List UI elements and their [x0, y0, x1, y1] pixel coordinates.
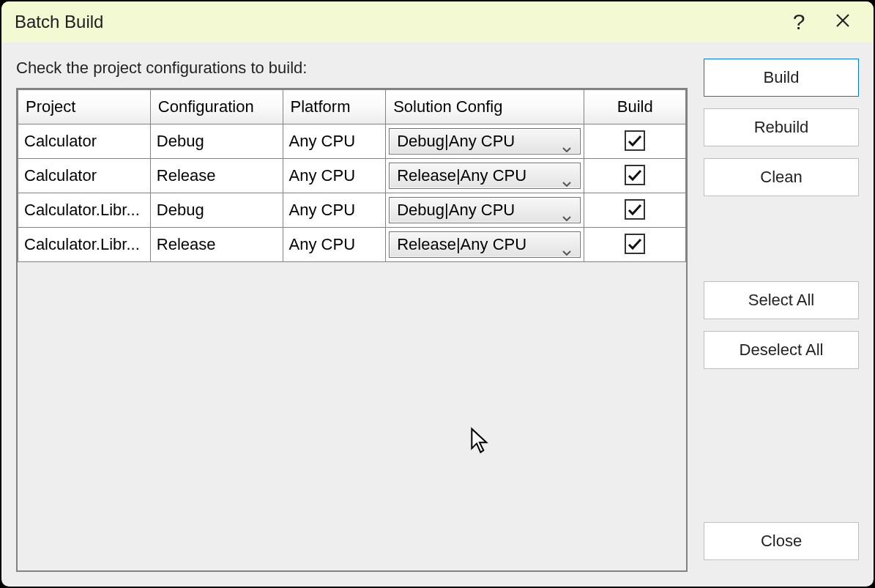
- column-header-configuration[interactable]: Configuration: [150, 90, 283, 124]
- dropdown-value: Release|Any CPU: [397, 235, 562, 254]
- instruction-label: Check the project configurations to buil…: [16, 59, 688, 78]
- config-table-container: Project Configuration Platform Solution …: [16, 88, 688, 572]
- chevron-down-icon: [562, 241, 573, 248]
- table-header-row: Project Configuration Platform Solution …: [18, 90, 686, 124]
- cell-build: [584, 228, 686, 262]
- cell-build: [584, 193, 686, 228]
- cell-platform: Any CPU: [283, 159, 386, 193]
- column-header-build[interactable]: Build: [584, 90, 686, 124]
- chevron-down-icon: [562, 172, 573, 179]
- dropdown-value: Debug|Any CPU: [397, 132, 562, 151]
- cell-project: Calculator.Libr...: [18, 228, 151, 262]
- cell-solution-config: Release|Any CPU: [386, 228, 584, 262]
- window-title: Batch Build: [15, 12, 777, 32]
- cell-solution-config: Debug|Any CPU: [386, 124, 584, 159]
- table-row[interactable]: Calculator.Libr...ReleaseAny CPURelease|…: [18, 228, 686, 262]
- config-table: Project Configuration Platform Solution …: [18, 89, 686, 262]
- help-icon: ?: [793, 10, 805, 34]
- column-header-solution-config[interactable]: Solution Config: [386, 90, 584, 124]
- table-row[interactable]: CalculatorDebugAny CPUDebug|Any CPU: [18, 124, 686, 159]
- build-button[interactable]: Build: [704, 59, 859, 97]
- dropdown-value: Debug|Any CPU: [397, 201, 562, 220]
- cell-project: Calculator: [18, 159, 151, 193]
- spacer: [704, 208, 859, 281]
- build-checkbox[interactable]: [625, 234, 645, 254]
- deselect-all-button[interactable]: Deselect All: [704, 331, 859, 369]
- build-checkbox[interactable]: [625, 199, 645, 220]
- rebuild-button[interactable]: Rebuild: [704, 108, 859, 146]
- solution-config-dropdown[interactable]: Release|Any CPU: [389, 231, 581, 258]
- cell-build: [584, 159, 686, 193]
- chevron-down-icon: [562, 138, 573, 145]
- cell-platform: Any CPU: [283, 193, 386, 228]
- table-row[interactable]: CalculatorReleaseAny CPURelease|Any CPU: [18, 159, 686, 193]
- cell-build: [584, 124, 686, 159]
- left-pane: Check the project configurations to buil…: [16, 59, 688, 572]
- dropdown-value: Release|Any CPU: [397, 166, 562, 185]
- close-window-button[interactable]: [821, 7, 865, 37]
- titlebar: Batch Build ?: [1, 1, 874, 42]
- batch-build-dialog: Batch Build ? Check the project configur…: [1, 1, 874, 587]
- build-checkbox[interactable]: [625, 130, 645, 151]
- cell-configuration: Release: [150, 159, 283, 193]
- button-panel: Build Rebuild Clean Select All Deselect …: [704, 59, 859, 572]
- build-checkbox[interactable]: [625, 165, 645, 185]
- solution-config-dropdown[interactable]: Debug|Any CPU: [389, 128, 581, 155]
- close-button[interactable]: Close: [704, 522, 859, 560]
- column-header-project[interactable]: Project: [18, 90, 151, 124]
- cell-configuration: Debug: [150, 193, 283, 228]
- cell-project: Calculator: [18, 124, 151, 159]
- solution-config-dropdown[interactable]: Release|Any CPU: [389, 163, 581, 189]
- cell-configuration: Release: [150, 228, 283, 262]
- chevron-down-icon: [562, 206, 573, 214]
- cell-solution-config: Release|Any CPU: [386, 159, 584, 193]
- solution-config-dropdown[interactable]: Debug|Any CPU: [389, 197, 581, 223]
- cell-platform: Any CPU: [283, 124, 386, 159]
- help-button[interactable]: ?: [777, 7, 821, 37]
- cell-solution-config: Debug|Any CPU: [386, 193, 584, 228]
- cell-project: Calculator.Libr...: [18, 193, 151, 228]
- cell-configuration: Debug: [150, 124, 283, 159]
- table-row[interactable]: Calculator.Libr...DebugAny CPUDebug|Any …: [18, 193, 686, 228]
- select-all-button[interactable]: Select All: [704, 281, 859, 319]
- cell-platform: Any CPU: [283, 228, 386, 262]
- spacer: [704, 381, 859, 522]
- close-icon: [835, 10, 851, 34]
- clean-button[interactable]: Clean: [704, 158, 859, 196]
- content-area: Check the project configurations to buil…: [1, 42, 874, 587]
- column-header-platform[interactable]: Platform: [283, 90, 386, 124]
